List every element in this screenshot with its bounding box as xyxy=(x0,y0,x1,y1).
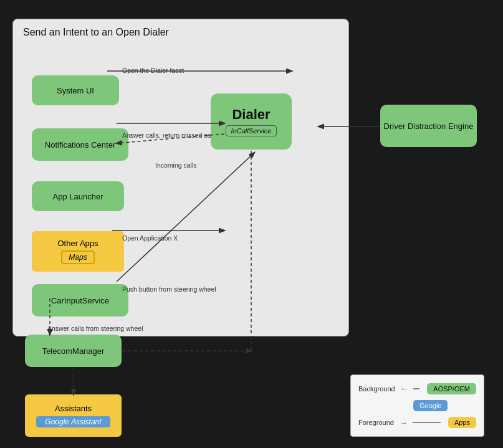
answer-steering-label: Answer calls from steering wheel xyxy=(47,325,143,332)
main-diagram-box: Send an Intent to an Open Dialer System … xyxy=(12,19,349,336)
app-launcher-label: App Launcher xyxy=(53,192,103,201)
apps-chip: Apps xyxy=(448,417,476,428)
legend-background-row: Background ← AOSP/OEM xyxy=(358,383,476,394)
foreground-arrow-icon: → xyxy=(400,418,408,427)
app-launcher-box: App Launcher xyxy=(32,181,124,211)
other-apps-box: Other Apps Maps xyxy=(32,231,124,272)
open-app-x-label: Open Application X xyxy=(122,234,178,242)
background-legend-label: Background xyxy=(358,385,395,393)
google-assistant-label: Google Assistant xyxy=(36,416,110,427)
legend-foreground-row: Foreground → Apps xyxy=(358,417,476,428)
notifications-center-box: Notifications Center xyxy=(32,128,128,161)
push-button-label: Push button from steering wheel xyxy=(122,285,216,293)
background-arrow-icon: ← xyxy=(400,384,408,393)
answer-calls-label: Answer calls, return missed calls xyxy=(122,131,217,139)
google-chip: Google xyxy=(413,400,448,411)
telecom-manager-box: TelecomManager xyxy=(25,335,122,367)
diagram-title: Send an Intent to an Open Dialer xyxy=(23,27,169,38)
legend-google-row: Google xyxy=(358,400,476,411)
maps-label: Maps xyxy=(61,250,94,264)
background-line xyxy=(413,388,420,389)
system-ui-label: System UI xyxy=(57,86,94,95)
foreground-line xyxy=(413,422,441,423)
open-dialer-label: Open the Dialer facet xyxy=(122,67,184,74)
foreground-legend-label: Foreground xyxy=(358,419,395,426)
aosp-chip: AOSP/OEM xyxy=(427,383,476,394)
system-ui-box: System UI xyxy=(32,75,119,105)
notifications-center-label: Notifications Center xyxy=(45,140,115,150)
dde-label: Driver Distraction Engine xyxy=(384,122,474,131)
telecom-manager-label: TelecomManager xyxy=(42,346,105,356)
dialer-box: Dialer InCallService xyxy=(211,93,292,150)
assistants-label: Assistants xyxy=(55,404,92,413)
incoming-calls-label: Incoming calls xyxy=(155,161,197,169)
car-input-box: CarInputService xyxy=(32,284,128,317)
dde-box: Driver Distraction Engine xyxy=(380,105,477,147)
assistants-box: Assistants Google Assistant xyxy=(25,394,122,437)
car-input-label: CarInputService xyxy=(51,296,109,305)
dialer-label: Dialer xyxy=(232,107,270,123)
legend-box: Background ← AOSP/OEM Google Foreground … xyxy=(350,374,484,437)
incall-label: InCallService xyxy=(226,125,277,136)
other-apps-label: Other Apps xyxy=(57,239,98,248)
